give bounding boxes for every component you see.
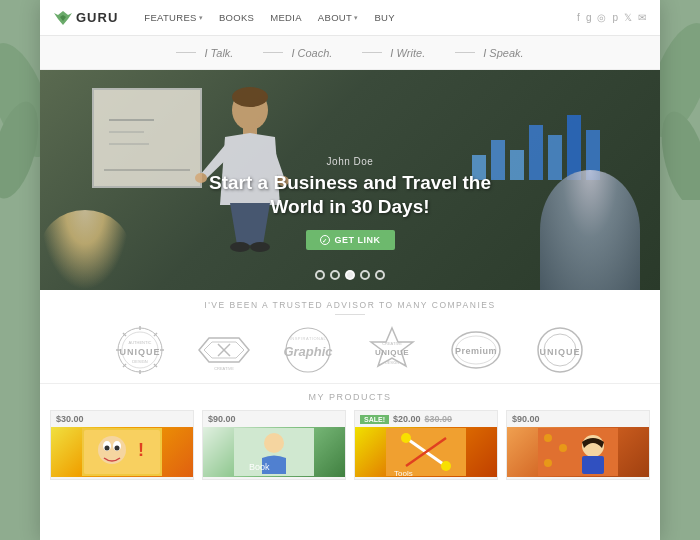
tagline-talk: I Talk. (176, 47, 233, 59)
product-price-4: $90.00 (507, 411, 649, 427)
logo-icon (54, 11, 72, 25)
header: GURU FEATURES ▾ BOOKS MEDIA ABOUT ▾ BUY … (40, 0, 660, 36)
svg-point-60 (441, 461, 451, 471)
googleplus-icon[interactable]: g (586, 12, 592, 23)
hero-content: John Doe Start a Business and Travel the… (40, 156, 660, 250)
svg-text:UNIQUE: UNIQUE (375, 348, 409, 357)
svg-text:CREATIVE: CREATIVE (382, 341, 402, 346)
svg-point-50 (105, 446, 110, 451)
badge-graphic: Graphic INSPIRATIONAL (272, 323, 344, 377)
svg-point-10 (232, 87, 268, 107)
svg-point-65 (544, 434, 552, 442)
twitter-icon[interactable]: 𝕏 (624, 12, 632, 23)
badge-unique-3: UNIQUE (524, 323, 596, 377)
instagram-icon[interactable]: ◎ (597, 12, 606, 23)
svg-text:!: ! (138, 440, 144, 460)
svg-point-47 (98, 436, 126, 464)
products-grid: $30.00 (50, 410, 650, 480)
slide-dot-1[interactable] (315, 270, 325, 280)
products-title: MY PRODUCTS (50, 392, 650, 402)
svg-point-67 (544, 459, 552, 467)
product-image-1: ! (51, 427, 193, 477)
social-icons: f g ◎ p 𝕏 ✉ (577, 12, 646, 23)
svg-text:Graphic: Graphic (283, 344, 333, 359)
svg-text:AUTHENTIC: AUTHENTIC (129, 340, 152, 345)
pinterest-icon[interactable]: p (612, 12, 618, 23)
svg-text:INSPIRATIONAL: INSPIRATIONAL (290, 336, 327, 341)
slide-dot-5[interactable] (375, 270, 385, 280)
nav-books[interactable]: BOOKS (211, 12, 262, 23)
svg-text:Premium: Premium (455, 346, 497, 356)
slide-dot-2[interactable] (330, 270, 340, 280)
check-icon: ✓ (320, 235, 330, 245)
product-price-1: $30.00 (51, 411, 193, 427)
facebook-icon[interactable]: f (577, 12, 580, 23)
logo-text: GURU (76, 10, 118, 25)
nav-buy[interactable]: BUY (366, 12, 402, 23)
trusted-logos: UNIQUE AUTHENTIC DESIGN (50, 323, 650, 377)
nav-features[interactable]: FEATURES ▾ (136, 12, 211, 23)
svg-point-59 (401, 433, 411, 443)
badge-unique-1: UNIQUE AUTHENTIC DESIGN (104, 323, 176, 377)
main-content: GURU FEATURES ▾ BOOKS MEDIA ABOUT ▾ BUY … (40, 0, 660, 540)
tagline-coach: I Coach. (263, 47, 332, 59)
trusted-section: I'VE BEEN A TRUSTED ADVISOR TO MANY COMP… (40, 290, 660, 384)
nav-about[interactable]: ABOUT ▾ (310, 12, 367, 23)
nav-bar: FEATURES ▾ BOOKS MEDIA ABOUT ▾ BUY (136, 12, 577, 23)
svg-rect-64 (582, 456, 604, 474)
product-price-2: $90.00 (203, 411, 345, 427)
nav-media[interactable]: MEDIA (262, 12, 310, 23)
svg-text:Tools: Tools (394, 469, 413, 476)
svg-text:DESIGN: DESIGN (385, 361, 399, 365)
sale-label: SALE! (360, 415, 389, 424)
svg-text:Book: Book (249, 462, 270, 472)
tagline-bar: I Talk. I Coach. I Write. I Speak. (40, 36, 660, 70)
cta-button[interactable]: ✓ GET LINK (306, 230, 395, 250)
product-card-3[interactable]: SALE! $20.00 $30.00 Tools (354, 410, 498, 480)
svg-text:CREATIVE: CREATIVE (214, 366, 234, 371)
trusted-title: I'VE BEEN A TRUSTED ADVISOR TO MANY COMP… (50, 300, 650, 310)
svg-point-54 (264, 433, 284, 453)
svg-point-66 (559, 444, 567, 452)
product-image-2: Book (203, 427, 345, 477)
slide-dot-3[interactable] (345, 270, 355, 280)
svg-point-51 (115, 446, 120, 451)
tagline-speak: I Speak. (455, 47, 523, 59)
product-image-4 (507, 427, 649, 477)
trusted-divider (335, 314, 365, 315)
email-icon[interactable]: ✉ (638, 12, 646, 23)
svg-text:UNIQUE: UNIQUE (539, 347, 580, 357)
tagline-write: I Write. (362, 47, 425, 59)
slide-dot-4[interactable] (360, 270, 370, 280)
svg-text:DESIGN: DESIGN (132, 359, 147, 364)
product-image-3: Tools (355, 427, 497, 477)
badge-creative: CREATIVE (188, 323, 260, 377)
product-card-2[interactable]: $90.00 Book (202, 410, 346, 480)
badge-unique-2: UNIQUE CREATIVE DESIGN (356, 323, 428, 377)
outer-background: GURU FEATURES ▾ BOOKS MEDIA ABOUT ▾ BUY … (0, 0, 700, 540)
hero-name: John Doe (40, 156, 660, 167)
badge-premium: Premium (440, 323, 512, 377)
svg-text:UNIQUE: UNIQUE (119, 347, 160, 357)
hero-section: John Doe Start a Business and Travel the… (40, 70, 660, 290)
logo[interactable]: GURU (54, 10, 118, 25)
product-price-3: SALE! $20.00 $30.00 (355, 411, 497, 427)
product-card-4[interactable]: $90.00 (506, 410, 650, 480)
product-card-1[interactable]: $30.00 (50, 410, 194, 480)
hero-title: Start a Business and Travel theWorld in … (40, 171, 660, 219)
slide-indicators (40, 270, 660, 280)
products-section: MY PRODUCTS $30.00 (40, 384, 660, 486)
